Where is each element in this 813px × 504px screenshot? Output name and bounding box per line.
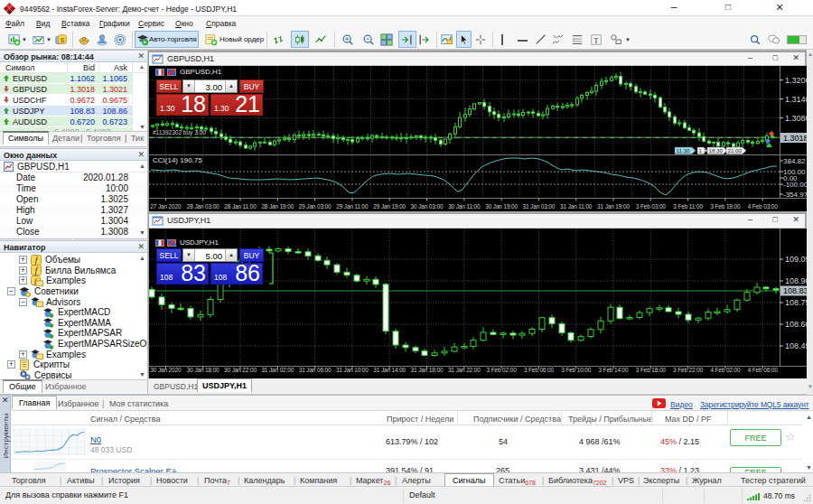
svg-text:1 1: 1 1: [699, 147, 707, 154]
svg-text:30 Jan 19:00: 30 Jan 19:00: [485, 203, 518, 210]
svg-text:29 Jan 19:00: 29 Jan 19:00: [373, 203, 406, 210]
svg-text:3 Feb 06:00: 3 Feb 06:00: [524, 367, 555, 373]
svg-text:3 Feb 18:00: 3 Feb 18:00: [636, 367, 667, 373]
svg-text:108.60: 108.60: [785, 320, 807, 329]
svg-text:31 Jan 02:00: 31 Jan 02:00: [261, 367, 294, 373]
svg-text:$: $: [61, 36, 65, 44]
svg-text:1.3140: 1.3140: [785, 95, 807, 104]
svg-text:%: %: [553, 34, 556, 39]
svg-text:109.05: 109.05: [785, 255, 807, 264]
svg-text:3 Feb 19:00: 3 Feb 19:00: [710, 203, 741, 210]
svg-text:-100.00: -100.00: [783, 181, 807, 189]
svg-text:-354.97: -354.97: [783, 191, 807, 199]
svg-text:28 Jan 11:00: 28 Jan 11:00: [224, 203, 257, 210]
svg-text:3 Feb 11:00: 3 Feb 11:00: [673, 203, 703, 210]
svg-text:31 Jan 11:00: 31 Jan 11:00: [560, 203, 593, 210]
svg-text:31 Jan 06:00: 31 Jan 06:00: [299, 367, 332, 373]
svg-text:30 Jan 2020: 30 Jan 2020: [150, 367, 182, 373]
svg-text:30 Jan 03:00: 30 Jan 03:00: [411, 203, 444, 210]
svg-text:1.3200: 1.3200: [785, 76, 807, 85]
svg-text:28 Jan 03:00: 28 Jan 03:00: [187, 203, 220, 210]
svg-text:31 Jan 19:00: 31 Jan 19:00: [597, 203, 630, 210]
svg-text:1.3080: 1.3080: [785, 114, 807, 123]
svg-text:108.90: 108.90: [785, 276, 807, 285]
svg-text:31 Jan 14:00: 31 Jan 14:00: [373, 367, 406, 373]
svg-text:27 Jan 2020: 27 Jan 2020: [150, 203, 182, 210]
svg-text:4 Feb 03:00: 4 Feb 03:00: [748, 203, 779, 210]
svg-text:31 Jan 10:00: 31 Jan 10:00: [336, 367, 369, 373]
svg-text:11:30: 11:30: [677, 147, 691, 154]
svg-text:31 Jan 22:00: 31 Jan 22:00: [448, 367, 481, 373]
svg-text:108.83: 108.83: [783, 286, 807, 295]
svg-text:T: T: [593, 36, 599, 45]
svg-text:3 Feb 03:00: 3 Feb 03:00: [636, 203, 667, 210]
svg-text:384.82: 384.82: [783, 157, 806, 165]
svg-text:108.45: 108.45: [785, 341, 807, 350]
svg-text:21:00: 21:00: [728, 147, 743, 154]
svg-text:30 Jan 22:00: 30 Jan 22:00: [224, 367, 257, 373]
svg-text:3 Feb 14:00: 3 Feb 14:00: [598, 367, 629, 373]
svg-text:28 Jan 19:00: 28 Jan 19:00: [261, 203, 294, 210]
svg-text:29 Jan 03:00: 29 Jan 03:00: [299, 203, 332, 210]
svg-text:30 Jan 11:00: 30 Jan 11:00: [448, 203, 481, 210]
svg-text:3 Feb 02:00: 3 Feb 02:00: [487, 367, 518, 373]
svg-text:4 Feb 02:00: 4 Feb 02:00: [710, 367, 741, 373]
svg-text:3 Feb 22:00: 3 Feb 22:00: [673, 367, 704, 373]
svg-text:31 Jan 18:00: 31 Jan 18:00: [411, 367, 444, 373]
svg-text:30 Jan 18:00: 30 Jan 18:00: [187, 367, 220, 373]
svg-text:31 Jan 03:00: 31 Jan 03:00: [523, 203, 556, 210]
svg-text:18:30: 18:30: [709, 147, 724, 154]
svg-text:4 Feb 06:00: 4 Feb 06:00: [748, 367, 779, 373]
svg-text:1.3018: 1.3018: [783, 134, 807, 143]
svg-text:108.75: 108.75: [785, 298, 807, 307]
svg-text:29 Jan 11:00: 29 Jan 11:00: [336, 203, 369, 210]
svg-text:3 Feb 10:00: 3 Feb 10:00: [561, 367, 592, 373]
